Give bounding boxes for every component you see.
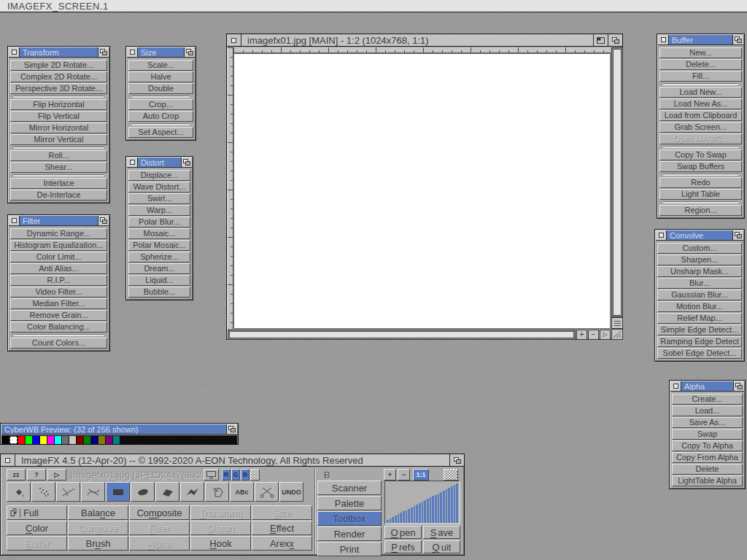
custom-button[interactable]: Custom... [657, 243, 742, 254]
preview-titlebar[interactable]: CyberWB Preview: (32 of 256 shown) [1, 424, 237, 435]
alpha-channel-toggle[interactable] [250, 469, 260, 481]
full-button[interactable]: Full [7, 505, 67, 520]
de-interlace-button[interactable]: De-Interlace [10, 190, 107, 201]
depth-gadget[interactable] [608, 34, 622, 46]
lighttable-alpha-button[interactable]: LightTable Alpha [672, 475, 743, 486]
video-filter-button[interactable]: Video Filter... [10, 287, 107, 298]
auto-crop-button[interactable]: Auto Crop [128, 111, 193, 122]
polar-mosaic-button[interactable]: Polar Mosaic... [128, 240, 190, 251]
zoom-in-gadget[interactable]: + [576, 330, 587, 340]
palette-titlebar[interactable]: Distort [127, 158, 192, 168]
close-gadget[interactable] [656, 230, 667, 240]
depth-gadget[interactable] [98, 216, 109, 225]
anti-alias-button[interactable]: Anti Alias... [10, 263, 107, 274]
render-button[interactable]: Render [317, 526, 382, 541]
zoom-out-button[interactable]: − [398, 469, 410, 481]
complex-2d-rotate-button[interactable]: Complex 2D Rotate... [10, 71, 107, 82]
blue-channel-toggle[interactable]: B [241, 469, 249, 481]
horizontal-scroll-thumb[interactable] [229, 331, 574, 338]
color-swatch-9[interactable] [69, 436, 76, 444]
hook-button[interactable]: Hook [190, 536, 251, 551]
scale-button[interactable]: Scale... [128, 60, 193, 71]
copy-to-alpha-button[interactable]: Copy To Alpha [672, 440, 743, 451]
color-swatch-1[interactable] [9, 436, 18, 444]
color-swatch-16[interactable] [120, 436, 127, 444]
toolbox-titlebar[interactable]: ImageFX 4.5 (12-Apr-20) -- © 1992-2020 A… [1, 454, 464, 467]
color-swatch-5[interactable] [40, 436, 47, 444]
freehand-tool[interactable] [180, 482, 204, 502]
grab-screen-button[interactable]: Grab Screen... [659, 122, 742, 133]
save-as-button[interactable]: Save As... [672, 417, 743, 428]
pan-gadget[interactable]: ▷ [600, 330, 611, 340]
open-button[interactable]: Open [384, 526, 422, 539]
color-swatch-30[interactable] [222, 436, 229, 444]
fill-tool[interactable] [205, 482, 229, 502]
color-swatch-31[interactable] [230, 436, 236, 444]
r-i-p-button[interactable]: R.I.P... [10, 275, 107, 286]
depth-gadget[interactable] [98, 47, 109, 57]
roll-button[interactable]: Roll... [10, 150, 107, 161]
sleep-button[interactable]: zz [7, 469, 26, 481]
close-gadget[interactable] [227, 34, 241, 46]
load-new-button[interactable]: Load New... [659, 87, 742, 98]
color-swatch-26[interactable] [193, 436, 200, 444]
undo-button[interactable]: UNDO [279, 482, 303, 502]
set-aspect-button[interactable]: Set Aspect... [128, 127, 193, 138]
bubble-button[interactable]: Bubble... [128, 287, 190, 298]
close-gadget[interactable] [9, 47, 20, 57]
displace-button[interactable]: Displace... [128, 170, 190, 181]
color-swatch-24[interactable] [179, 436, 185, 444]
gaussian-blur-button[interactable]: Gaussian Blur... [657, 289, 742, 300]
color-swatch-25[interactable] [186, 436, 193, 444]
color-swatch-17[interactable] [128, 436, 134, 444]
mirror-horizontal-button[interactable]: Mirror Horizontal [10, 122, 107, 133]
oval-tool[interactable] [131, 482, 155, 502]
color-swatch-10[interactable] [77, 436, 83, 444]
toolbox-button[interactable]: Toolbox [317, 511, 382, 526]
sharpen-button[interactable]: Sharpen... [657, 254, 742, 265]
polygon-tool[interactable] [155, 482, 179, 502]
image-canvas[interactable] [233, 53, 611, 329]
ramping-edge-detect-button[interactable]: Ramping Edge Detect [657, 336, 742, 347]
swap-button[interactable]: Swap [672, 429, 743, 440]
load-button[interactable]: Load... [672, 405, 743, 416]
color-swatch-21[interactable] [157, 436, 163, 444]
color-swatch-11[interactable] [84, 436, 90, 444]
monitor-button[interactable] [204, 469, 219, 481]
depth-gadget[interactable] [184, 47, 195, 57]
color-swatch-7[interactable] [55, 436, 61, 444]
print-button[interactable]: Print [317, 542, 382, 556]
simple-edge-detect-button[interactable]: Simple Edge Detect... [657, 324, 742, 335]
flip-horizontal-button[interactable]: Flip Horizontal [10, 99, 107, 110]
flip-vertical-button[interactable]: Flip Vertical [10, 111, 107, 122]
depth-gadget[interactable] [732, 35, 743, 44]
vertical-scrollbar[interactable] [611, 47, 623, 317]
color-balancing-button[interactable]: Color Balancing... [10, 322, 107, 332]
load-new-as-button[interactable]: Load New As... [659, 98, 742, 109]
color-swatch-22[interactable] [164, 436, 171, 444]
color-swatch-8[interactable] [62, 436, 69, 444]
remove-grain-button[interactable]: Remove Grain... [10, 310, 107, 321]
load-from-clipboard-button[interactable]: Load from Clipboard [659, 110, 742, 121]
swap-buffers-button[interactable]: Swap Buffers [659, 161, 742, 172]
color-swatch-3[interactable] [26, 436, 32, 444]
scroll-gadget[interactable] [611, 317, 623, 329]
fill-button[interactable]: Fill... [659, 71, 742, 82]
copy-from-alpha-button[interactable]: Copy From Alpha [672, 452, 743, 463]
curve-tool[interactable] [81, 482, 105, 502]
run-macro-button[interactable]: ▷ [47, 469, 66, 481]
close-gadget[interactable] [9, 216, 20, 225]
unsharp-mask-button[interactable]: Unsharp Mask... [657, 266, 742, 277]
color-swatch-15[interactable] [113, 436, 120, 444]
color-swatch-13[interactable] [98, 436, 105, 444]
horizontal-scrollbar[interactable] [228, 330, 576, 340]
color-swatch-28[interactable] [208, 436, 214, 444]
save-button[interactable]: Save [423, 526, 460, 539]
perspective-3d-rotate-button[interactable]: Perspective 3D Rotate... [10, 83, 107, 94]
palette-titlebar[interactable]: Buffer [658, 35, 743, 45]
arexx-button[interactable]: Arexx [252, 536, 312, 551]
polar-blur-button[interactable]: Polar Blur... [128, 217, 190, 228]
close-gadget[interactable] [670, 381, 681, 391]
histogram-equalization-button[interactable]: Histogram Equalization... [10, 240, 107, 251]
pattern-button[interactable] [444, 469, 458, 481]
